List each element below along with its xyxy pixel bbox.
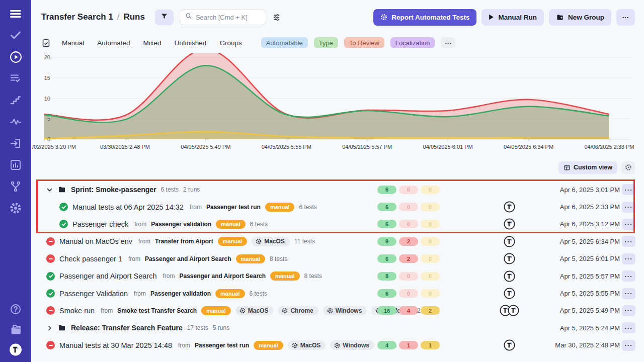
group-title[interactable]: Release: Transfer Search Feature	[71, 324, 183, 332]
clipboard-check-icon[interactable]	[41, 38, 51, 48]
tab-manual[interactable]: Manual	[62, 39, 84, 47]
manual-badge[interactable]: manual	[218, 237, 248, 246]
run-row[interactable]: Check passenger 1fromPassenger and Airpo…	[31, 250, 644, 267]
runs-table: Sprint: Smoke-passenger6 tests2 runs600A…	[31, 181, 644, 354]
manual-badge[interactable]: manual	[265, 203, 295, 212]
result-counts: 600	[377, 203, 440, 211]
avatar	[508, 305, 519, 316]
play-circle-icon[interactable]	[9, 50, 22, 63]
tag-to-review[interactable]: To Review	[344, 37, 384, 48]
run-title[interactable]: Manual on MacOs env	[59, 237, 132, 245]
row-more-button[interactable]: ···	[622, 184, 635, 195]
run-date: Apr 5, 2025 5:24 PM	[560, 324, 620, 332]
avatar	[504, 201, 515, 213]
gear-icon	[327, 308, 333, 314]
row-more-button[interactable]: ···	[622, 340, 635, 351]
tab-automated[interactable]: Automated	[97, 39, 130, 47]
run-row[interactable]: Manual on MacOs envfromTransfer from Aip…	[31, 233, 644, 250]
row-more-button[interactable]: ···	[622, 253, 635, 264]
row-more-button[interactable]: ···	[622, 270, 635, 282]
run-source[interactable]: Passenger validation	[151, 221, 211, 228]
group-row[interactable]: Release: Transfer Search Feature17 tests…	[31, 319, 644, 336]
from-label: from	[138, 238, 150, 245]
manual-badge[interactable]: manual	[236, 254, 266, 263]
chevron-down-icon[interactable]	[46, 187, 53, 193]
gear-icon[interactable]	[9, 202, 22, 215]
logo-icon[interactable]	[9, 343, 22, 356]
row-more-button[interactable]: ···	[622, 305, 635, 316]
manual-run-button[interactable]: Manual Run	[481, 9, 544, 26]
sign-in-icon[interactable]	[9, 137, 22, 150]
run-title[interactable]: Smoke run	[59, 307, 95, 315]
run-source[interactable]: Passenger test run	[195, 342, 249, 349]
breadcrumb-project[interactable]: Transfer Search 1	[41, 12, 113, 22]
run-source[interactable]: Smoke test Transfer Search	[117, 307, 197, 314]
run-title[interactable]: Manual tests at 06 Apr 2025 14:32	[72, 203, 184, 211]
from-label: from	[101, 307, 113, 314]
row-more-button[interactable]: ···	[622, 236, 635, 247]
row-more-button[interactable]: ···	[622, 202, 635, 213]
run-source[interactable]: Passenger and Airport Search	[145, 255, 231, 262]
row-more-button[interactable]: ···	[622, 219, 635, 230]
run-title[interactable]: Manual tests at 30 Mar 2025 14:48	[59, 341, 172, 349]
new-group-button[interactable]: New Group	[549, 9, 611, 26]
tune-icon[interactable]	[272, 13, 281, 22]
run-row[interactable]: Smoke runfromSmoke test Transfer Searchm…	[31, 302, 644, 319]
report-automated-tests-button[interactable]: Report Automated Tests	[373, 9, 476, 26]
tag-automatable[interactable]: Automatable	[261, 37, 308, 48]
tab-mixed[interactable]: Mixed	[143, 39, 162, 47]
list-check-icon[interactable]	[9, 72, 22, 85]
avatar	[504, 218, 515, 230]
manual-badge[interactable]: manual	[215, 289, 245, 298]
help-icon[interactable]	[9, 303, 22, 316]
check-icon[interactable]	[9, 29, 22, 42]
run-row[interactable]: Manual tests at 30 Mar 2025 14:48fromPas…	[31, 337, 644, 354]
from-label: from	[134, 221, 146, 228]
avatar	[504, 236, 515, 247]
manual-badge[interactable]: manual	[254, 341, 283, 350]
tab-groups[interactable]: Groups	[219, 39, 242, 47]
row-main: Passenger and Airport SearchfromPassenge…	[31, 272, 322, 281]
run-title[interactable]: Passenger check	[72, 220, 128, 228]
row-more-button[interactable]: ···	[622, 322, 635, 333]
result-counts: 620	[377, 254, 440, 263]
run-row[interactable]: Passenger and Airport SearchfromPassenge…	[31, 267, 644, 285]
search-box[interactable]	[180, 10, 266, 25]
run-source[interactable]: Transfer from Aiport	[155, 238, 213, 245]
run-title[interactable]: Check passenger 1	[59, 255, 122, 263]
docs-icon[interactable]	[9, 323, 22, 336]
tags-more-button[interactable]: ···	[441, 37, 455, 48]
run-source[interactable]: Passenger validation	[150, 290, 211, 297]
manual-badge[interactable]: manual	[201, 306, 231, 315]
manual-badge[interactable]: manual	[270, 272, 300, 281]
chevron-right-icon[interactable]	[46, 325, 53, 331]
row-more-button[interactable]: ···	[622, 288, 635, 299]
pulse-icon[interactable]	[9, 115, 22, 128]
branch-icon[interactable]	[9, 180, 22, 193]
run-row[interactable]: Passenger checkfromPassenger validationm…	[31, 216, 644, 233]
group-row[interactable]: Sprint: Smoke-passenger6 tests2 runs600A…	[31, 181, 644, 198]
status-passed-icon	[59, 220, 68, 228]
filter-button[interactable]	[155, 10, 174, 25]
from-label: from	[128, 255, 140, 262]
steps-icon[interactable]	[9, 94, 22, 107]
run-title[interactable]: Passenger and Airport Search	[59, 272, 156, 280]
run-title[interactable]: Passenger Validation	[59, 290, 128, 298]
run-row[interactable]: Manual tests at 06 Apr 2025 14:32fromPas…	[31, 198, 644, 215]
y-tick-label: 0	[47, 136, 50, 142]
header-more-button[interactable]: ···	[616, 9, 635, 26]
tag-type[interactable]: Type	[314, 37, 338, 48]
run-source[interactable]: Passenger and Airport Search	[179, 273, 266, 280]
custom-view-button[interactable]: Custom view	[558, 161, 617, 174]
tab-unfinished[interactable]: Unfinished	[175, 39, 207, 47]
run-source[interactable]: Passenger test run	[206, 204, 261, 211]
bar-chart-icon[interactable]	[9, 158, 22, 171]
manual-badge[interactable]: manual	[216, 220, 246, 229]
group-title[interactable]: Sprint: Smoke-passenger	[71, 186, 156, 194]
menu-icon[interactable]	[9, 7, 22, 20]
tests-count: 8 tests	[304, 273, 322, 280]
view-settings-gear-icon[interactable]	[621, 161, 635, 174]
search-input[interactable]	[196, 14, 256, 21]
tag-localization[interactable]: Localization	[390, 37, 435, 48]
run-row[interactable]: Passenger ValidationfromPassenger valida…	[31, 285, 644, 302]
